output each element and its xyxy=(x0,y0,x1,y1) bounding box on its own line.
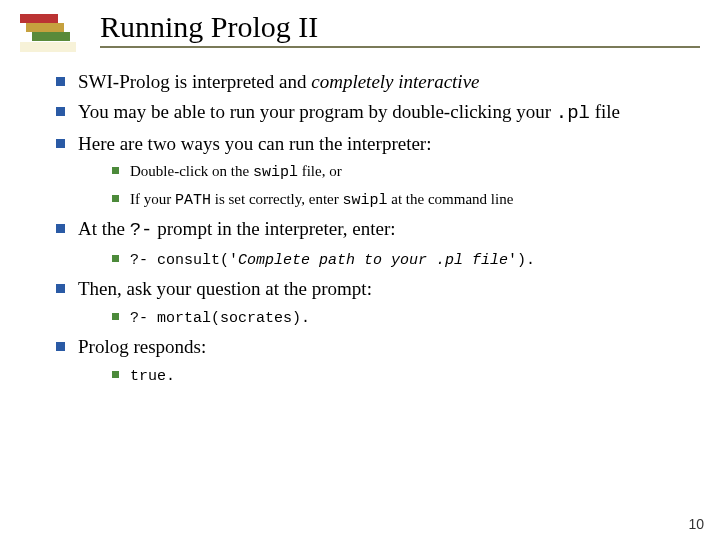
text: prompt in the interpreter, enter: xyxy=(153,218,396,239)
emphasis: completely interactive xyxy=(311,71,479,92)
page-number: 10 xyxy=(688,516,704,532)
text: at the command line xyxy=(388,191,514,207)
text: At the xyxy=(78,218,130,239)
title-block: Running Prolog II xyxy=(100,10,700,48)
slide-title: Running Prolog II xyxy=(100,10,700,44)
title-underline xyxy=(100,46,700,48)
text: file xyxy=(590,101,620,122)
text: is set correctly, enter xyxy=(211,191,342,207)
bullet-swi-interactive: SWI-Prolog is interpreted and completely… xyxy=(48,70,692,94)
slide-logo xyxy=(20,14,76,54)
text: Then, ask your question at the prompt: xyxy=(78,278,372,299)
subbullet-true: true. xyxy=(108,365,692,387)
text: file, or xyxy=(298,163,342,179)
text: Here are two ways you can run the interp… xyxy=(78,133,431,154)
bullet-prolog-responds: Prolog responds: true. xyxy=(48,335,692,387)
code-italic: Complete path to your .pl file xyxy=(238,252,508,269)
subbullet-double-click-swipl: Double-click on the swipl file, or xyxy=(108,161,692,183)
code: .pl xyxy=(556,102,590,124)
bullet-double-click-pl: You may be able to run your program by d… xyxy=(48,100,692,126)
code: ?- consult(' xyxy=(130,252,238,269)
text: Double-click on the xyxy=(130,163,253,179)
text: Prolog responds: xyxy=(78,336,206,357)
text: If your xyxy=(130,191,175,207)
code: '). xyxy=(508,252,535,269)
bullet-two-ways: Here are two ways you can run the interp… xyxy=(48,132,692,211)
code: true. xyxy=(130,368,175,385)
slide-content: SWI-Prolog is interpreted and completely… xyxy=(48,70,692,393)
subbullet-path-swipl: If your PATH is set correctly, enter swi… xyxy=(108,189,692,211)
code: PATH xyxy=(175,192,211,209)
text: You may be able to run your program by d… xyxy=(78,101,556,122)
code: ?- mortal(socrates). xyxy=(130,310,310,327)
code: ?- xyxy=(130,219,153,241)
text: SWI-Prolog is interpreted and xyxy=(78,71,311,92)
subbullet-consult: ?- consult('Complete path to your .pl fi… xyxy=(108,249,692,271)
code: swipl xyxy=(253,164,298,181)
code: swipl xyxy=(343,192,388,209)
bullet-at-prompt: At the ?- prompt in the interpreter, ent… xyxy=(48,217,692,271)
subbullet-mortal-query: ?- mortal(socrates). xyxy=(108,307,692,329)
bullet-ask-question: Then, ask your question at the prompt: ?… xyxy=(48,277,692,329)
